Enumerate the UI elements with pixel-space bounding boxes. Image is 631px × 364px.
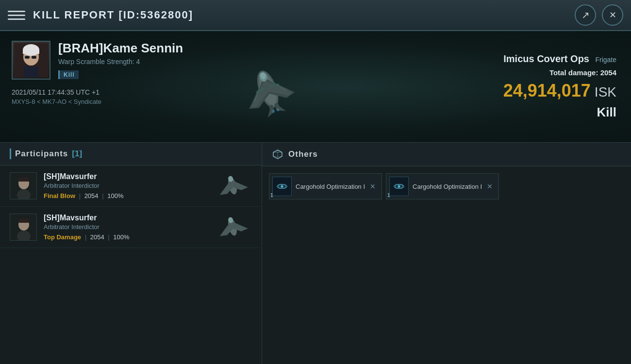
others-header: Others [262, 143, 631, 166]
ship-class: Frigate [595, 56, 616, 64]
svg-rect-38 [19, 219, 29, 223]
list-item[interactable]: 1 Cargohold Optimization I ✕ [386, 173, 499, 199]
page-title: KILL REPORT [ID:5362800] [33, 9, 567, 21]
item-icon [389, 177, 409, 196]
participant-info: [SH]Mavsurfer Arbitrator Interdictor Top… [44, 214, 206, 241]
participants-title: Participants [15, 149, 68, 159]
others-panel: Others 1 Cargohold Optimizatio [262, 143, 631, 364]
participant-ship-image [213, 214, 252, 241]
item-icon [272, 177, 292, 196]
others-title: Others [288, 149, 318, 159]
damage-pct: 100% [107, 192, 123, 199]
participant-row[interactable]: [SH]Mavsurfer Arbitrator Interdictor Top… [0, 207, 262, 248]
item-name: Cargohold Optimization I [296, 183, 365, 190]
svg-rect-30 [19, 178, 29, 182]
item-qty: 1 [270, 193, 273, 198]
total-damage: Total damage: 2054 [549, 68, 616, 77]
menu-icon[interactable] [8, 6, 25, 24]
item-remove-button[interactable]: ✕ [369, 182, 377, 190]
participant-ship-image [213, 172, 252, 199]
svg-rect-5 [25, 56, 30, 59]
participant-row[interactable]: [SH]Mavsurfer Arbitrator Interdictor Fin… [0, 165, 262, 207]
svg-rect-4 [23, 50, 39, 54]
header: KILL REPORT [ID:5362800] ↗ ✕ [0, 0, 631, 31]
total-damage-label: Total damage: [549, 68, 598, 77]
isk-label: ISK [595, 84, 616, 100]
isk-value: 24,914,017 [503, 81, 591, 101]
participant-ship: Arbitrator Interdictor [44, 182, 206, 189]
participants-panel: Participants [1] [SH]Mavsurfer Arbitrato… [0, 143, 262, 364]
blow-type: Final Blow [44, 192, 75, 199]
cube-icon [272, 149, 283, 160]
participants-header: Participants [1] [0, 143, 262, 165]
svg-point-58 [399, 186, 400, 187]
item-qty: 1 [387, 193, 390, 198]
hero-right: Imicus Covert Ops Frigate Total damage: … [282, 31, 631, 142]
damage-value: 2054 [90, 233, 104, 241]
participant-stats: Final Blow | 2054 | 100% [44, 192, 206, 199]
kill-badge: Kill [58, 70, 79, 79]
isk-row: 24,914,017 ISK [503, 81, 616, 101]
svg-point-52 [282, 186, 283, 187]
damage-value: 2054 [84, 192, 99, 199]
participant-name: [SH]Mavsurfer [44, 214, 206, 222]
blow-type: Top Damage [44, 233, 81, 241]
participants-count: [1] [72, 149, 82, 159]
participant-avatar [10, 172, 37, 199]
header-accent [10, 149, 11, 159]
total-damage-value: 2054 [600, 68, 616, 77]
participant-stats: Top Damage | 2054 | 100% [44, 233, 206, 241]
header-actions: ↗ ✕ [575, 4, 623, 26]
item-name: Cargohold Optimization I [413, 183, 482, 190]
others-items: 1 Cargohold Optimization I ✕ 1 [262, 166, 631, 206]
pilot-avatar [12, 41, 50, 80]
damage-pct: 100% [113, 233, 129, 241]
participant-avatar [10, 214, 37, 241]
hero-section: [BRAH]Kame Sennin Warp Scramble Strength… [0, 31, 631, 143]
svg-rect-8 [24, 66, 38, 77]
item-remove-button[interactable]: ✕ [486, 182, 494, 190]
participant-info: [SH]Mavsurfer Arbitrator Interdictor Fin… [44, 172, 206, 199]
kill-type: Kill [597, 105, 616, 120]
svg-rect-6 [32, 56, 36, 59]
ship-name-class: Imicus Covert Ops Frigate [503, 53, 616, 65]
ship-type: Imicus Covert Ops [503, 53, 589, 64]
list-item[interactable]: 1 Cargohold Optimization I ✕ [269, 173, 382, 199]
participant-name: [SH]Mavsurfer [44, 172, 206, 181]
close-button[interactable]: ✕ [602, 4, 623, 26]
main-content: Participants [1] [SH]Mavsurfer Arbitrato… [0, 143, 631, 364]
participant-ship: Arbitrator Interdictor [44, 223, 206, 231]
external-link-button[interactable]: ↗ [575, 4, 596, 26]
